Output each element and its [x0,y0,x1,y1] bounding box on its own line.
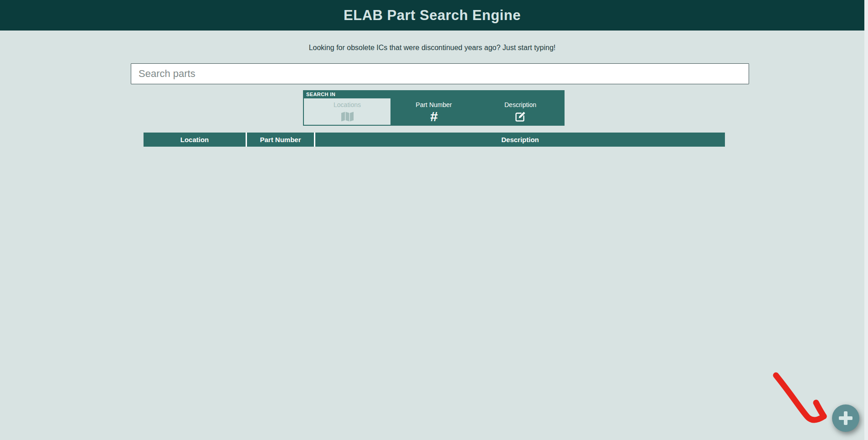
page-title: ELAB Part Search Engine [344,7,521,24]
scrollbar-track[interactable] [864,0,868,440]
hashtag-icon: # [430,110,438,123]
search-in-label: SEARCH IN [306,92,335,97]
tab-description[interactable]: Description [477,98,564,125]
tab-part-number[interactable]: Part Number # [390,98,477,125]
column-header-location[interactable]: Location [144,133,247,147]
search-input[interactable] [131,63,749,84]
plus-icon [839,411,853,425]
app-header: ELAB Part Search Engine [0,0,864,31]
column-header-part-number[interactable]: Part Number [247,133,315,147]
tab-part-number-label: Part Number [416,101,452,109]
tab-description-label: Description [504,101,536,109]
map-icon [341,110,354,123]
results-table-header: Location Part Number Description [144,133,725,147]
tab-locations-label: Locations [334,101,361,109]
search-in-panel: SEARCH IN Locations Part Number # [303,90,565,126]
app-window: ELAB Part Search Engine Looking for obso… [0,0,868,440]
add-part-button[interactable] [832,404,859,432]
tab-locations[interactable]: Locations [304,98,390,125]
column-header-description[interactable]: Description [315,133,725,147]
edit-icon [514,110,526,123]
search-in-tabs: Locations Part Number # Description [304,98,564,125]
app-subtitle: Looking for obsolete ICs that were disco… [0,44,864,52]
